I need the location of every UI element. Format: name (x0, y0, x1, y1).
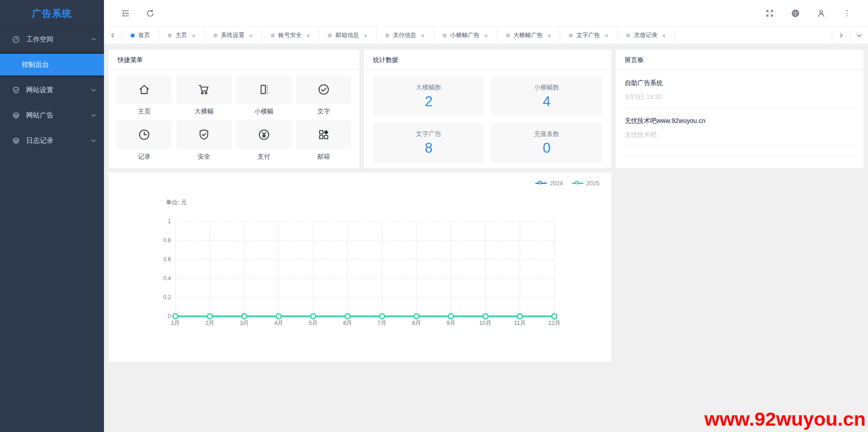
tab-payment-info[interactable]: 支付信息× (377, 27, 434, 44)
tab-close-icon[interactable]: × (363, 32, 368, 39)
tab-text-ad[interactable]: 文字广告× (560, 27, 618, 44)
tab-label: 邮箱信息 (335, 31, 359, 39)
legend-item-2024[interactable]: 2024 (535, 180, 563, 187)
tab-close-icon[interactable]: × (662, 32, 666, 39)
message-meta: 3月3日 19:92 (625, 93, 854, 101)
fullscreen-icon[interactable] (765, 9, 774, 18)
tab-label: 系统设置 (221, 31, 245, 39)
tabs-menu-button[interactable] (850, 27, 868, 44)
stat-large-banner-count: 大横幅数2 (373, 76, 484, 116)
tab-label: 小横幅广告 (450, 31, 480, 39)
message-item: 无忧技术吧www.92wuyou.cn无忧技术吧 (625, 108, 854, 146)
tab-close-icon[interactable]: × (192, 32, 196, 39)
tab-status-dot (328, 33, 332, 38)
svg-text:6月: 6月 (343, 319, 352, 326)
tab-small-banner-ad[interactable]: 小横幅广告× (434, 27, 497, 44)
tab-main-page[interactable]: 主页× (159, 27, 205, 44)
user-icon[interactable] (816, 9, 826, 18)
stat-label: 大横幅数 (416, 84, 441, 92)
legend-marker (572, 181, 584, 186)
watermark: www.92wuyou.cn (704, 408, 866, 430)
stat-label: 小横幅数 (534, 84, 559, 92)
tabs-list: 首页主页×系统设置×账号安全×邮箱信息×支付信息×小横幅广告×大横幅广告×文字广… (122, 27, 832, 44)
sidebar-submenu: 控制后台 (0, 52, 104, 77)
svg-text:12月: 12月 (548, 319, 560, 326)
tab-close-icon[interactable]: × (547, 32, 552, 39)
stat-value: 8 (425, 141, 432, 156)
yen-circle-icon (236, 120, 292, 149)
quick-item-label: 文字 (296, 108, 351, 115)
sidebar-item-site-ads[interactable]: 网站广告 (0, 103, 104, 128)
quick-item-label: 小横幅 (236, 108, 292, 115)
revenue-line-chart: 1月2月3月4月5月6月7月8月9月10月11月12月00.20.40.60.8… (154, 212, 570, 339)
tab-label: 充值记录 (634, 31, 657, 39)
stats-title: 统计数据 (364, 50, 611, 70)
stats-grid: 大横幅数2小横幅数4文字广告8充值条数0 (364, 70, 611, 163)
message-item: 自助广告系统3月3日 19:92 (625, 70, 854, 108)
tabs-scroll-left-button[interactable] (104, 27, 122, 44)
sidebar-item-logs[interactable]: 日志记录 (0, 128, 104, 153)
quick-item-label: 主页 (117, 108, 172, 115)
dashboard-icon (12, 35, 20, 44)
tab-status-dot (271, 33, 275, 38)
header-left-icons (121, 9, 155, 18)
header (104, 0, 868, 27)
sidebar-subitem-control-backend[interactable]: 控制后台 (0, 54, 104, 75)
tab-close-icon[interactable]: × (307, 32, 311, 39)
svg-text:2月: 2月 (205, 319, 214, 326)
language-globe-icon[interactable] (791, 9, 800, 18)
quick-item-small-banner[interactable]: 小横幅 (236, 75, 292, 115)
tab-recharge-records[interactable]: 充值记录× (618, 27, 675, 44)
quick-item-home[interactable]: 主页 (117, 75, 172, 115)
more-vertical-icon[interactable] (842, 9, 852, 18)
banner-icon (236, 75, 292, 104)
sidebar-item-site-settings[interactable]: 网站设置 (0, 77, 104, 103)
sidebar-item-label: 工作空间 (26, 35, 90, 44)
tab-email-info[interactable]: 邮箱信息× (319, 27, 377, 44)
legend-item-2025[interactable]: 2025 (572, 180, 599, 187)
tabs-scroll-right-button[interactable] (832, 27, 850, 44)
legend-label: 2024 (550, 180, 563, 187)
tab-close-icon[interactable]: × (484, 32, 488, 39)
svg-text:1: 1 (168, 218, 171, 225)
stat-value: 2 (425, 94, 432, 109)
layers-icon (12, 136, 20, 145)
stat-value: 4 (542, 94, 550, 109)
shield-check-icon (176, 120, 231, 149)
svg-text:0.8: 0.8 (163, 237, 171, 244)
quick-item-label: 邮箱 (296, 153, 351, 160)
chevron-down-icon (90, 112, 97, 118)
tab-account-security[interactable]: 账号安全× (262, 27, 320, 44)
app-logo: 广告系统 (0, 0, 104, 27)
tab-system-settings[interactable]: 系统设置× (205, 27, 262, 44)
quick-item-label: 大横幅 (176, 108, 231, 115)
home-icon (117, 75, 172, 104)
refresh-icon[interactable] (146, 9, 155, 18)
quick-menu-grid: 主页大横幅小横幅文字记录安全支付邮箱 (108, 70, 359, 160)
quick-item-email[interactable]: 邮箱 (296, 120, 351, 160)
chevron-down-icon (90, 137, 97, 144)
svg-text:0: 0 (168, 313, 171, 319)
tab-close-icon[interactable]: × (249, 32, 253, 39)
tab-home[interactable]: 首页 (122, 27, 159, 44)
legend-marker (535, 181, 547, 186)
svg-text:0.4: 0.4 (163, 275, 171, 282)
quick-item-text[interactable]: 文字 (296, 75, 351, 115)
sidebar-item-workspace[interactable]: 工作空间 (0, 27, 104, 52)
stat-text-ad-count: 文字广告8 (373, 123, 484, 163)
stat-value: 0 (542, 141, 550, 156)
sidebar-item-label: 网站设置 (26, 86, 90, 94)
quick-item-records[interactable]: 记录 (117, 120, 172, 160)
svg-text:9月: 9月 (446, 319, 455, 326)
tab-large-banner-ad[interactable]: 大横幅广告× (497, 27, 561, 44)
message-board-title: 留言板 (616, 50, 863, 70)
quick-item-security[interactable]: 安全 (176, 120, 231, 160)
menu-fold-icon[interactable] (121, 9, 130, 18)
quick-item-payment[interactable]: 支付 (236, 120, 292, 160)
tab-close-icon[interactable]: × (604, 32, 609, 39)
chart-card: 20242025 单位: 元 1月2月3月4月5月6月7月8月9月10月11月1… (108, 173, 611, 362)
tab-close-icon[interactable]: × (421, 32, 425, 39)
quick-item-large-banner[interactable]: 大横幅 (176, 75, 231, 115)
svg-text:10月: 10月 (479, 319, 491, 326)
stat-label: 充值条数 (534, 130, 559, 138)
